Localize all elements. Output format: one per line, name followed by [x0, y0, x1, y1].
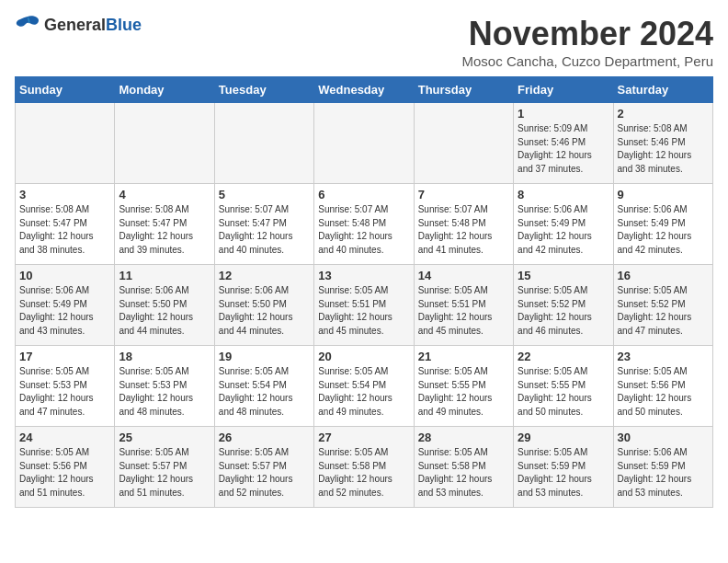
day-number: 2	[618, 107, 709, 121]
calendar-cell: 30Sunrise: 5:06 AM Sunset: 5:59 PM Dayli…	[613, 427, 712, 508]
day-info: Sunrise: 5:05 AM Sunset: 5:57 PM Dayligh…	[219, 446, 310, 500]
week-row-5: 24Sunrise: 5:05 AM Sunset: 5:56 PM Dayli…	[16, 427, 713, 508]
calendar-cell: 24Sunrise: 5:05 AM Sunset: 5:56 PM Dayli…	[16, 427, 115, 508]
calendar-cell: 2Sunrise: 5:08 AM Sunset: 5:46 PM Daylig…	[613, 103, 712, 184]
day-info: Sunrise: 5:05 AM Sunset: 5:57 PM Dayligh…	[119, 446, 210, 500]
calendar-cell: 11Sunrise: 5:06 AM Sunset: 5:50 PM Dayli…	[115, 265, 214, 346]
day-number: 3	[19, 188, 110, 201]
day-number: 22	[518, 350, 609, 363]
day-number: 14	[418, 269, 509, 282]
day-number: 6	[318, 188, 409, 201]
calendar-cell: 28Sunrise: 5:05 AM Sunset: 5:58 PM Dayli…	[414, 427, 513, 508]
day-number: 19	[219, 350, 310, 363]
calendar-cell: 20Sunrise: 5:05 AM Sunset: 5:54 PM Dayli…	[314, 346, 414, 427]
week-row-3: 10Sunrise: 5:06 AM Sunset: 5:49 PM Dayli…	[16, 265, 713, 346]
calendar-cell: 3Sunrise: 5:08 AM Sunset: 5:47 PM Daylig…	[16, 184, 115, 265]
calendar-cell: 14Sunrise: 5:05 AM Sunset: 5:51 PM Dayli…	[414, 265, 513, 346]
day-info: Sunrise: 5:05 AM Sunset: 5:58 PM Dayligh…	[318, 446, 409, 500]
day-number: 20	[318, 350, 409, 363]
day-info: Sunrise: 5:05 AM Sunset: 5:53 PM Dayligh…	[119, 365, 210, 419]
day-number: 17	[19, 350, 110, 363]
calendar-cell: 21Sunrise: 5:05 AM Sunset: 5:55 PM Dayli…	[414, 346, 513, 427]
day-info: Sunrise: 5:05 AM Sunset: 5:53 PM Dayligh…	[19, 365, 110, 419]
day-number: 13	[318, 269, 409, 282]
day-info: Sunrise: 5:06 AM Sunset: 5:59 PM Dayligh…	[618, 446, 709, 500]
day-info: Sunrise: 5:05 AM Sunset: 5:56 PM Dayligh…	[19, 446, 110, 500]
day-info: Sunrise: 5:08 AM Sunset: 5:47 PM Dayligh…	[119, 203, 210, 257]
week-row-4: 17Sunrise: 5:05 AM Sunset: 5:53 PM Dayli…	[16, 346, 713, 427]
calendar-cell: 25Sunrise: 5:05 AM Sunset: 5:57 PM Dayli…	[115, 427, 214, 508]
day-info: Sunrise: 5:05 AM Sunset: 5:52 PM Dayligh…	[618, 284, 709, 338]
day-number: 28	[418, 431, 509, 444]
day-info: Sunrise: 5:08 AM Sunset: 5:47 PM Dayligh…	[19, 203, 110, 257]
day-number: 15	[518, 269, 609, 282]
day-info: Sunrise: 5:06 AM Sunset: 5:50 PM Dayligh…	[119, 284, 210, 338]
day-number: 18	[119, 350, 210, 363]
day-number: 24	[19, 431, 110, 444]
month-title: November 2024	[462, 15, 713, 53]
day-number: 23	[618, 350, 709, 363]
calendar-cell: 16Sunrise: 5:05 AM Sunset: 5:52 PM Dayli…	[613, 265, 712, 346]
calendar-cell: 8Sunrise: 5:06 AM Sunset: 5:49 PM Daylig…	[514, 184, 613, 265]
calendar-cell: 22Sunrise: 5:05 AM Sunset: 5:55 PM Dayli…	[514, 346, 613, 427]
weekday-header-monday: Monday	[115, 77, 214, 103]
calendar-cell: 4Sunrise: 5:08 AM Sunset: 5:47 PM Daylig…	[115, 184, 214, 265]
day-number: 26	[219, 431, 310, 444]
calendar-cell: 10Sunrise: 5:06 AM Sunset: 5:49 PM Dayli…	[16, 265, 115, 346]
day-number: 9	[618, 188, 709, 201]
day-info: Sunrise: 5:05 AM Sunset: 5:55 PM Dayligh…	[518, 365, 609, 419]
calendar-cell	[214, 103, 313, 184]
day-info: Sunrise: 5:05 AM Sunset: 5:54 PM Dayligh…	[219, 365, 310, 419]
weekday-header-saturday: Saturday	[613, 77, 712, 103]
calendar-cell: 17Sunrise: 5:05 AM Sunset: 5:53 PM Dayli…	[16, 346, 115, 427]
day-number: 7	[418, 188, 509, 201]
calendar-cell: 19Sunrise: 5:05 AM Sunset: 5:54 PM Dayli…	[214, 346, 313, 427]
day-number: 8	[518, 188, 609, 201]
calendar-cell: 13Sunrise: 5:05 AM Sunset: 5:51 PM Dayli…	[314, 265, 414, 346]
calendar-table: SundayMondayTuesdayWednesdayThursdayFrid…	[15, 76, 713, 508]
logo-blue: Blue	[106, 16, 142, 34]
header: GeneralBlue November 2024 Mosoc Cancha, …	[15, 15, 713, 69]
day-info: Sunrise: 5:05 AM Sunset: 5:56 PM Dayligh…	[618, 365, 709, 419]
week-row-2: 3Sunrise: 5:08 AM Sunset: 5:47 PM Daylig…	[16, 184, 713, 265]
day-info: Sunrise: 5:07 AM Sunset: 5:48 PM Dayligh…	[318, 203, 409, 257]
calendar-cell: 26Sunrise: 5:05 AM Sunset: 5:57 PM Dayli…	[214, 427, 313, 508]
calendar-cell: 12Sunrise: 5:06 AM Sunset: 5:50 PM Dayli…	[214, 265, 313, 346]
day-number: 11	[119, 269, 210, 282]
calendar-cell: 18Sunrise: 5:05 AM Sunset: 5:53 PM Dayli…	[115, 346, 214, 427]
calendar-cell: 23Sunrise: 5:05 AM Sunset: 5:56 PM Dayli…	[613, 346, 712, 427]
logo: GeneralBlue	[15, 15, 142, 35]
day-info: Sunrise: 5:05 AM Sunset: 5:59 PM Dayligh…	[518, 446, 609, 500]
day-number: 12	[219, 269, 310, 282]
day-info: Sunrise: 5:07 AM Sunset: 5:48 PM Dayligh…	[418, 203, 509, 257]
calendar-cell	[16, 103, 115, 184]
calendar-cell: 6Sunrise: 5:07 AM Sunset: 5:48 PM Daylig…	[314, 184, 414, 265]
weekday-header-row: SundayMondayTuesdayWednesdayThursdayFrid…	[16, 77, 713, 103]
day-info: Sunrise: 5:07 AM Sunset: 5:47 PM Dayligh…	[219, 203, 310, 257]
calendar-cell: 7Sunrise: 5:07 AM Sunset: 5:48 PM Daylig…	[414, 184, 513, 265]
calendar-cell	[414, 103, 513, 184]
day-number: 5	[219, 188, 310, 201]
day-info: Sunrise: 5:05 AM Sunset: 5:58 PM Dayligh…	[418, 446, 509, 500]
calendar-cell: 1Sunrise: 5:09 AM Sunset: 5:46 PM Daylig…	[514, 103, 613, 184]
day-info: Sunrise: 5:05 AM Sunset: 5:54 PM Dayligh…	[318, 365, 409, 419]
day-info: Sunrise: 5:05 AM Sunset: 5:51 PM Dayligh…	[318, 284, 409, 338]
logo-text: GeneralBlue	[44, 16, 142, 35]
day-info: Sunrise: 5:05 AM Sunset: 5:51 PM Dayligh…	[418, 284, 509, 338]
weekday-header-wednesday: Wednesday	[314, 77, 414, 103]
title-area: November 2024 Mosoc Cancha, Cuzco Depart…	[462, 15, 713, 69]
day-number: 25	[119, 431, 210, 444]
day-number: 30	[618, 431, 709, 444]
day-number: 1	[518, 107, 609, 121]
logo-bird-icon	[15, 15, 40, 35]
day-info: Sunrise: 5:08 AM Sunset: 5:46 PM Dayligh…	[618, 122, 709, 176]
day-number: 4	[119, 188, 210, 201]
weekday-header-friday: Friday	[514, 77, 613, 103]
calendar-cell	[314, 103, 414, 184]
day-number: 10	[19, 269, 110, 282]
calendar-cell: 5Sunrise: 5:07 AM Sunset: 5:47 PM Daylig…	[214, 184, 313, 265]
day-number: 21	[418, 350, 509, 363]
calendar-cell: 9Sunrise: 5:06 AM Sunset: 5:49 PM Daylig…	[613, 184, 712, 265]
weekday-header-thursday: Thursday	[414, 77, 513, 103]
location-subtitle: Mosoc Cancha, Cuzco Department, Peru	[462, 53, 713, 69]
